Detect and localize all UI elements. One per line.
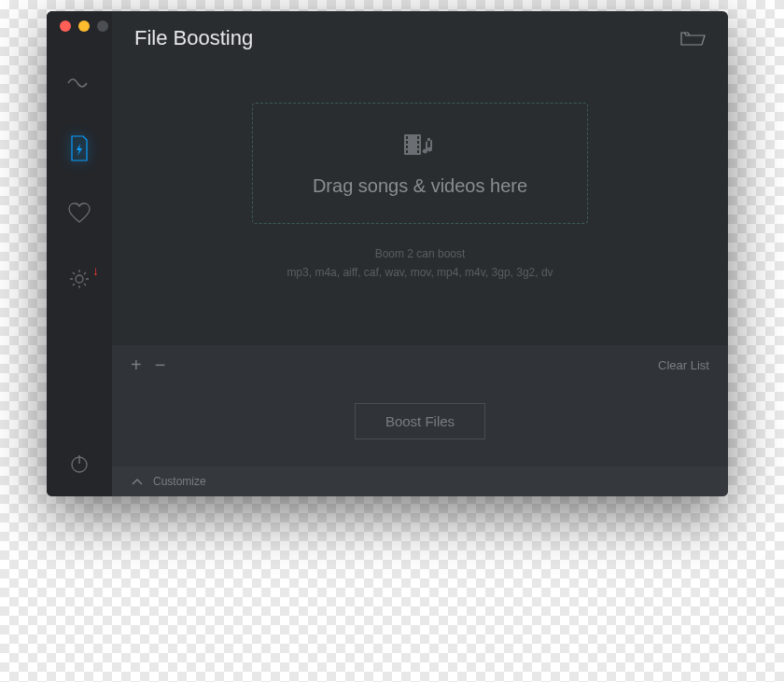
remove-button[interactable]: −	[155, 355, 166, 376]
hint-line-2: mp3, m4a, aiff, caf, wav, mov, mp4, m4v,…	[287, 263, 553, 282]
app-window: File Boosting	[47, 11, 728, 496]
add-button[interactable]: +	[131, 355, 142, 376]
window-controls	[47, 21, 108, 32]
customize-toggle[interactable]: Customize	[112, 466, 728, 496]
svg-rect-6	[406, 146, 408, 148]
svg-point-0	[76, 275, 83, 283]
svg-rect-8	[417, 136, 419, 139]
wave-icon	[66, 74, 92, 92]
svg-rect-5	[406, 141, 408, 144]
minimize-button[interactable]	[78, 21, 90, 32]
maximize-button[interactable]	[97, 21, 108, 32]
hint-line-1: Boom 2 can boost	[287, 244, 553, 263]
svg-rect-9	[417, 141, 419, 144]
gear-icon	[67, 267, 91, 291]
media-icon	[401, 131, 439, 164]
sidebar-nav	[65, 69, 93, 450]
page-title: File Boosting	[134, 26, 253, 50]
svg-rect-10	[417, 146, 419, 148]
header: File Boosting	[112, 11, 728, 65]
sidebar	[47, 11, 112, 496]
file-boost-icon	[68, 134, 91, 162]
drop-zone[interactable]: Drag songs & videos here	[252, 103, 588, 224]
svg-rect-4	[406, 136, 408, 139]
boost-files-button[interactable]: Boost Files	[355, 403, 485, 439]
clear-list-button[interactable]: Clear List	[658, 358, 709, 372]
heart-icon	[67, 202, 91, 225]
svg-rect-11	[417, 150, 419, 153]
add-remove-group: + −	[131, 355, 165, 376]
boost-row: Boost Files	[112, 376, 728, 466]
close-button[interactable]	[60, 21, 71, 32]
footer: + − Clear List Boost Files	[112, 345, 728, 466]
power-icon	[68, 452, 91, 475]
sidebar-item-file-boosting[interactable]	[65, 134, 93, 162]
customize-label: Customize	[153, 475, 206, 488]
footer-toolbar: + − Clear List	[112, 345, 728, 376]
sidebar-item-equalizer[interactable]	[65, 69, 93, 97]
sidebar-item-favorites[interactable]	[65, 200, 93, 228]
main-panel: File Boosting	[112, 11, 728, 496]
sidebar-item-settings[interactable]	[65, 265, 93, 293]
svg-rect-7	[406, 150, 408, 153]
sidebar-item-power[interactable]	[65, 450, 93, 478]
chevron-up-icon	[131, 477, 144, 486]
open-folder-button[interactable]	[679, 29, 706, 48]
drop-zone-label: Drag songs & videos here	[313, 175, 527, 197]
format-hint: Boom 2 can boost mp3, m4a, aiff, caf, wa…	[287, 244, 553, 283]
content-area: Drag songs & videos here Boom 2 can boos…	[112, 65, 728, 345]
